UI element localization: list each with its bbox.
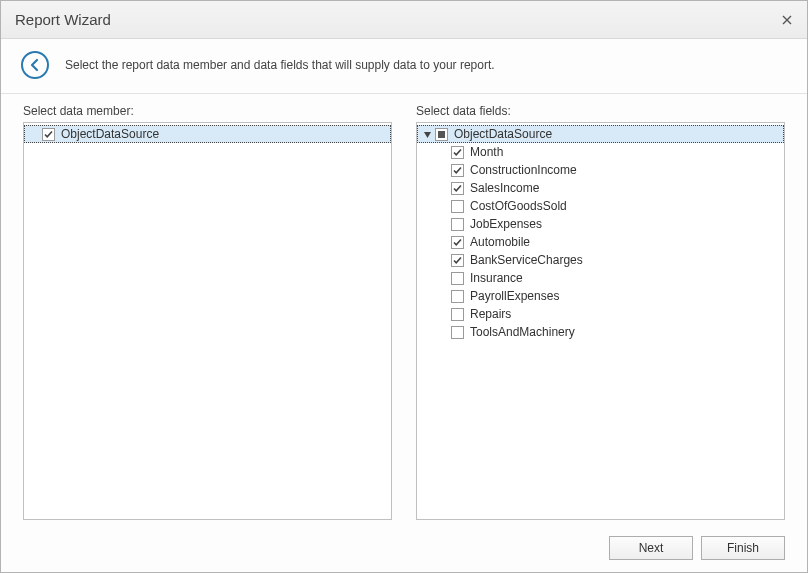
data-member-list[interactable]: ObjectDataSource	[23, 122, 392, 520]
field-checkbox[interactable]	[451, 182, 464, 195]
titlebar: Report Wizard	[1, 1, 807, 39]
finish-button[interactable]: Finish	[701, 536, 785, 560]
field-row[interactable]: BankServiceCharges	[417, 251, 784, 269]
field-label: BankServiceCharges	[470, 253, 583, 267]
field-row[interactable]: SalesIncome	[417, 179, 784, 197]
field-label: ToolsAndMachinery	[470, 325, 575, 339]
field-checkbox[interactable]	[451, 290, 464, 303]
field-label: JobExpenses	[470, 217, 542, 231]
window-title: Report Wizard	[15, 11, 777, 28]
content-area: Select data member: ObjectDataSource Sel…	[1, 94, 807, 524]
field-checkbox[interactable]	[451, 272, 464, 285]
data-member-root-checkbox[interactable]	[42, 128, 55, 141]
data-fields-root-row[interactable]: ObjectDataSource	[417, 125, 784, 143]
wizard-header: Select the report data member and data f…	[1, 39, 807, 94]
expander-icon[interactable]	[421, 128, 433, 140]
wizard-footer: Next Finish	[1, 524, 807, 572]
field-label: PayrollExpenses	[470, 289, 559, 303]
field-row[interactable]: CostOfGoodsSold	[417, 197, 784, 215]
data-member-pane: Select data member: ObjectDataSource	[23, 104, 392, 520]
field-label: SalesIncome	[470, 181, 539, 195]
data-fields-root-checkbox[interactable]	[435, 128, 448, 141]
field-label: Automobile	[470, 235, 530, 249]
data-fields-root-label: ObjectDataSource	[454, 127, 552, 141]
next-button[interactable]: Next	[609, 536, 693, 560]
field-label: Month	[470, 145, 503, 159]
field-row[interactable]: Automobile	[417, 233, 784, 251]
field-checkbox[interactable]	[451, 218, 464, 231]
data-member-root-label: ObjectDataSource	[61, 127, 159, 141]
field-label: CostOfGoodsSold	[470, 199, 567, 213]
field-checkbox[interactable]	[451, 146, 464, 159]
report-wizard-window: Report Wizard Select the report data mem…	[0, 0, 808, 573]
field-label: Insurance	[470, 271, 523, 285]
field-checkbox[interactable]	[451, 164, 464, 177]
field-label: Repairs	[470, 307, 511, 321]
instruction-text: Select the report data member and data f…	[65, 58, 495, 72]
field-row[interactable]: JobExpenses	[417, 215, 784, 233]
field-checkbox[interactable]	[451, 200, 464, 213]
close-icon[interactable]	[777, 10, 797, 30]
back-icon[interactable]	[21, 51, 49, 79]
field-checkbox[interactable]	[451, 236, 464, 249]
field-row[interactable]: PayrollExpenses	[417, 287, 784, 305]
field-checkbox[interactable]	[451, 308, 464, 321]
data-member-root-row[interactable]: ObjectDataSource	[24, 125, 391, 143]
data-member-label: Select data member:	[23, 104, 392, 118]
data-fields-label: Select data fields:	[416, 104, 785, 118]
field-checkbox[interactable]	[451, 254, 464, 267]
field-checkbox[interactable]	[451, 326, 464, 339]
data-fields-pane: Select data fields: ObjectDataSource Mon…	[416, 104, 785, 520]
field-row[interactable]: ToolsAndMachinery	[417, 323, 784, 341]
field-row[interactable]: Repairs	[417, 305, 784, 323]
field-row[interactable]: Month	[417, 143, 784, 161]
field-label: ConstructionIncome	[470, 163, 577, 177]
data-fields-list[interactable]: ObjectDataSource MonthConstructionIncome…	[416, 122, 785, 520]
field-row[interactable]: ConstructionIncome	[417, 161, 784, 179]
field-row[interactable]: Insurance	[417, 269, 784, 287]
